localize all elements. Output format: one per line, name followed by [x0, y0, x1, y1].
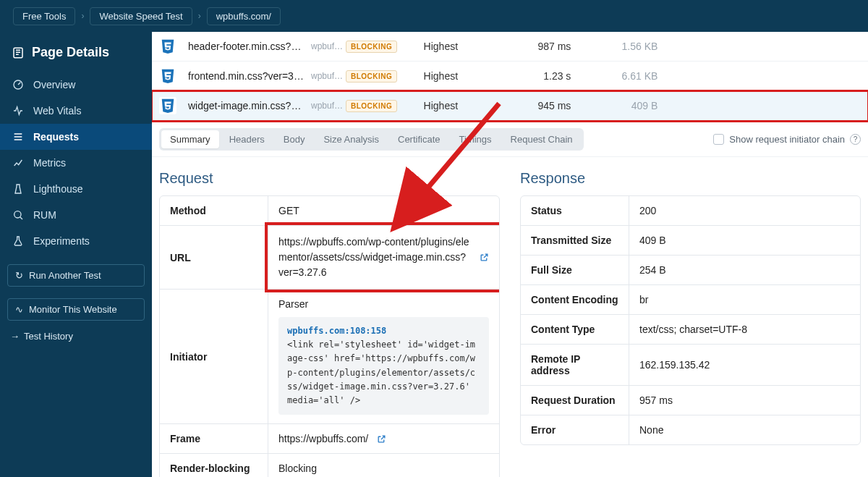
response-value: text/css; charset=UTF-8 [629, 315, 860, 344]
frame-label: Frame [160, 424, 268, 453]
response-key: Status [521, 196, 629, 225]
request-name: widget-image.min.css?… [188, 100, 311, 111]
response-value: 957 ms [629, 386, 860, 415]
help-icon[interactable]: ? [850, 134, 861, 145]
url-label: URL [160, 226, 268, 289]
overview-icon [12, 79, 25, 90]
request-name: header-footer.min.css?… [188, 41, 311, 52]
arrow-right-icon: → [10, 331, 20, 342]
crumb-free-tools[interactable]: Free Tools [13, 7, 75, 25]
request-domain: wpbuf… [311, 41, 346, 51]
tab-timings[interactable]: Timings [451, 130, 501, 148]
tab-summary[interactable]: Summary [161, 130, 219, 148]
request-domain: wpbuf… [311, 101, 346, 111]
sidebar-item-label: Experiments [33, 235, 90, 247]
render-blocking-label: Render-blocking [160, 454, 268, 477]
sidebar-item-label: Lighthouse [33, 183, 83, 195]
request-time: 987 ms [484, 41, 571, 52]
page-details-icon [12, 46, 25, 59]
webvitals-icon [12, 105, 25, 117]
response-key: Transmitted Size [521, 226, 629, 255]
sidebar-item-metrics[interactable]: Metrics [0, 150, 152, 176]
external-link-icon[interactable] [480, 253, 489, 262]
refresh-icon: ↻ [15, 270, 23, 281]
rum-icon [12, 209, 25, 221]
request-panel: Request Method GET URL https://wpbuffs.c… [159, 170, 500, 477]
sidebar-item-label: Metrics [33, 157, 66, 169]
monitor-website-button[interactable]: ∿ Monitor This Website [7, 298, 145, 321]
sidebar-title: Page Details [32, 45, 109, 60]
initiator-chain-checkbox[interactable] [713, 134, 724, 145]
url-value: https://wpbuffs.com/wp-content/plugins/e… [278, 235, 471, 280]
tab-headers[interactable]: Headers [221, 130, 273, 148]
sidebar-item-rum[interactable]: RUM [0, 202, 152, 228]
request-domain: wpbuf… [311, 71, 346, 81]
response-value: br [629, 285, 860, 314]
svg-point-2 [14, 211, 21, 218]
render-blocking-value: Blocking [268, 454, 499, 477]
request-time: 1.23 s [484, 70, 571, 82]
response-panel-title: Response [520, 170, 861, 187]
experiments-icon [12, 235, 25, 247]
sidebar-item-experiments[interactable]: Experiments [0, 228, 152, 254]
tab-body[interactable]: Body [275, 130, 314, 148]
tab-size-analysis[interactable]: Size Analysis [315, 130, 388, 148]
frame-value: https://wpbuffs.com/ [278, 433, 368, 444]
metrics-icon [12, 157, 25, 169]
response-value: 409 B [629, 226, 860, 255]
sidebar-item-lighthouse[interactable]: Lighthouse [0, 176, 152, 202]
initiator-parser: Parser [278, 298, 489, 310]
response-value: 200 [629, 196, 860, 225]
sidebar-item-label: RUM [33, 209, 56, 221]
request-size: 409 B [571, 100, 658, 111]
response-key: Content Type [521, 315, 629, 344]
sidebar-item-overview[interactable]: Overview [0, 72, 152, 98]
response-panel: Response Status200Transmitted Size409 BF… [520, 170, 861, 477]
css-file-icon [159, 67, 176, 85]
tab-certificate[interactable]: Certificate [389, 130, 449, 148]
sidebar-item-label: Web Vitals [33, 105, 81, 117]
request-priority: Highest [397, 100, 484, 111]
sidebar-header: Page Details [0, 38, 152, 72]
response-value: None [629, 415, 860, 444]
initiator-label: Initiator [160, 290, 268, 423]
requests-table: header-footer.min.css?…wpbuf…BLOCKINGHig… [152, 32, 868, 121]
response-key: Full Size [521, 256, 629, 284]
blocking-badge: BLOCKING [346, 41, 397, 53]
request-detail-tabs: SummaryHeadersBodySize AnalysisCertifica… [159, 128, 584, 151]
initiator-code: <link rel='stylesheet' id='widget-image-… [287, 338, 480, 408]
sidebar-item-label: Requests [33, 131, 79, 143]
response-key: Remote IP address [521, 345, 629, 385]
css-file-icon [159, 38, 176, 55]
sidebar-item-webvitals[interactable]: Web Vitals [0, 98, 152, 124]
requests-icon [12, 131, 25, 143]
table-row[interactable]: header-footer.min.css?…wpbuf…BLOCKINGHig… [152, 32, 868, 62]
lighthouse-icon [12, 183, 25, 195]
request-priority: Highest [397, 70, 484, 82]
initiator-source-link[interactable]: wpbuffs.com:108:158 [287, 324, 480, 338]
request-panel-title: Request [159, 170, 500, 187]
external-link-icon[interactable] [377, 434, 386, 444]
response-key: Request Duration [521, 386, 629, 415]
method-value: GET [268, 196, 499, 225]
css-file-icon [159, 97, 176, 114]
response-key: Error [521, 415, 629, 444]
response-value: 162.159.135.42 [629, 345, 860, 385]
table-row[interactable]: frontend.min.css?ver=3…wpbuf…BLOCKINGHig… [152, 62, 868, 91]
crumb-speed-test[interactable]: Website Speed Test [90, 7, 192, 25]
blocking-badge: BLOCKING [346, 100, 397, 112]
sidebar-item-requests[interactable]: Requests [0, 124, 152, 150]
blocking-badge: BLOCKING [346, 70, 397, 83]
chevron-right-icon: › [198, 11, 201, 21]
method-label: Method [160, 196, 268, 225]
request-size: 1.56 KB [571, 41, 658, 52]
crumb-site[interactable]: wpbuffs.com/ [207, 7, 281, 25]
response-value: 254 B [629, 256, 860, 284]
request-size: 6.61 KB [571, 70, 658, 82]
test-history-link[interactable]: → Test History [10, 331, 142, 342]
run-another-test-button[interactable]: ↻ Run Another Test [7, 264, 145, 287]
sidebar: Page Details OverviewWeb VitalsRequestsM… [0, 32, 152, 477]
request-name: frontend.min.css?ver=3… [188, 70, 311, 82]
tab-request-chain[interactable]: Request Chain [502, 130, 582, 148]
table-row[interactable]: widget-image.min.css?…wpbuf…BLOCKINGHigh… [152, 91, 868, 121]
